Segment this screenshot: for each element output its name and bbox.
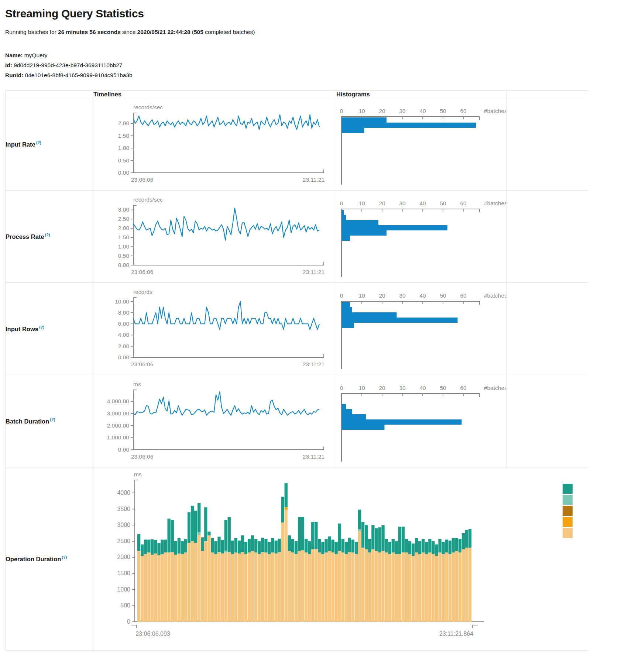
query-meta: Name: myQuery Id: 9d0dd219-995d-423e-b97… [5,50,625,80]
svg-text:2.00: 2.00 [118,343,130,349]
svg-text:#batches: #batches [484,292,506,299]
svg-text:1500: 1500 [117,570,130,576]
process-rate-histogram-chart: 0102030405060#batches [336,194,506,279]
svg-text:23:06:06: 23:06:06 [131,269,153,275]
legend-swatch-tan [563,528,573,538]
svg-text:60: 60 [460,108,467,114]
operation-duration-stacked-chart: ms0500100015002000250030003500400023:06:… [93,467,584,642]
query-name-line: Name: myQuery [5,50,625,60]
svg-text:1000: 1000 [117,586,130,593]
svg-text:8.00: 8.00 [118,309,130,315]
input-rows-timeline-chart: records0.002.004.006.008.0010.0023:06:06… [93,287,330,371]
help-icon[interactable]: (?) [50,417,55,422]
help-icon[interactable]: (?) [45,233,50,237]
svg-text:3000: 3000 [117,522,130,528]
svg-text:1.00: 1.00 [118,243,130,250]
query-id-value: 9d0dd219-995d-423e-b97d-36931110bb27 [14,62,122,68]
help-icon[interactable]: (?) [36,140,41,145]
svg-text:0: 0 [340,385,343,391]
query-runid-value: 04e101e6-8bf8-4165-9099-9104c951ba3b [25,72,132,78]
input-rate-timeline-chart: records/sec0.000.501.001.502.0023:06:062… [93,102,330,187]
table-header-row: Timelines Histograms [6,91,588,98]
svg-text:#batches: #batches [484,385,506,391]
svg-text:50: 50 [440,200,446,206]
svg-text:40: 40 [419,200,426,206]
svg-text:#batches: #batches [484,108,506,114]
row-label: Input Rate [6,141,35,148]
svg-text:records/sec: records/sec [133,196,163,203]
query-id-line: Id: 9d0dd219-995d-423e-b97d-36931110bb27 [5,60,625,70]
svg-text:50: 50 [440,292,446,299]
legend-swatch-orange [563,517,573,527]
column-header-timelines: Timelines [93,91,336,98]
svg-text:3.00: 3.00 [118,206,130,213]
help-icon[interactable]: (?) [39,325,44,329]
svg-text:0.50: 0.50 [118,157,130,163]
histogram-cell: 0102030405060#batches [336,98,506,191]
row-label-cell: Input Rate(?) [6,98,93,191]
table-row-process-rate: Process Rate(?) records/sec0.000.501.001… [6,191,588,283]
svg-text:4000: 4000 [117,490,130,496]
svg-text:2500: 2500 [117,538,130,544]
svg-text:50: 50 [440,108,446,114]
svg-text:30: 30 [399,292,406,299]
svg-text:2.00: 2.00 [118,225,130,231]
svg-text:3,000.00: 3,000.00 [107,410,130,416]
svg-text:10: 10 [358,385,365,391]
svg-text:records: records [133,289,152,295]
spacer-cell [506,375,588,467]
row-label: Process Rate [6,233,44,240]
svg-text:0.00: 0.00 [118,446,130,453]
svg-text:60: 60 [460,200,467,206]
svg-text:6.00: 6.00 [118,320,130,327]
svg-text:10: 10 [358,200,365,206]
table-row-operation-duration: Operation Duration(?) ms0500100015002000… [6,467,588,651]
query-runid-line: RunId: 04e101e6-8bf8-4165-9099-9104c951b… [5,70,625,80]
timeline-cell: ms0.001,000.002,000.003,000.004,000.0023… [93,375,336,467]
svg-text:2000: 2000 [117,554,130,560]
svg-text:40: 40 [419,108,426,114]
svg-text:1.50: 1.50 [118,234,130,240]
svg-text:50: 50 [440,385,446,391]
timeline-cell: records/sec0.000.501.001.502.002.503.002… [93,191,336,283]
header-spacer-cell [6,91,93,98]
histogram-cell: 0102030405060#batches [336,375,506,467]
svg-text:23:06:06: 23:06:06 [131,361,153,367]
svg-text:1.50: 1.50 [118,132,130,138]
svg-text:10: 10 [358,108,365,114]
svg-text:2.00: 2.00 [118,120,130,126]
svg-text:30: 30 [399,200,406,206]
row-label-cell: Operation Duration(?) [6,467,93,651]
table-row-input-rate: Input Rate(?) records/sec0.000.501.001.5… [6,98,588,191]
svg-text:40: 40 [419,385,426,391]
operation-duration-chart-cell: ms0500100015002000250030003500400023:06:… [93,467,588,651]
svg-text:0: 0 [127,618,130,625]
help-icon[interactable]: (?) [62,555,67,559]
row-label: Input Rows [6,326,38,332]
legend-swatch-brown [563,506,573,516]
query-runid-label: RunId: [5,72,23,78]
process-rate-timeline-chart: records/sec0.000.501.001.502.002.503.002… [93,194,330,279]
svg-text:records/sec: records/sec [133,104,163,110]
svg-text:0.00: 0.00 [118,169,130,176]
svg-text:23:11:21: 23:11:21 [303,453,324,460]
svg-text:500: 500 [120,602,130,608]
spacer-cell [506,98,588,191]
table-row-batch-duration: Batch Duration(?) ms0.001,000.002,000.00… [6,375,588,467]
timeline-cell: records0.002.004.006.008.0010.0023:06:06… [93,283,336,375]
svg-text:30: 30 [399,108,406,114]
legend-swatch-green [563,484,573,494]
query-name-value: myQuery [24,52,48,58]
spacer-cell [506,191,588,283]
svg-text:0.50: 0.50 [118,253,130,259]
query-id-label: Id: [5,62,12,68]
svg-text:23:11:21: 23:11:21 [303,269,324,275]
input-rate-histogram-chart: 0102030405060#batches [336,102,506,187]
svg-text:10: 10 [358,292,365,299]
running-summary: Running batches for 26 minutes 56 second… [5,29,625,35]
svg-text:23:11:21: 23:11:21 [303,176,324,183]
svg-text:23:11:21: 23:11:21 [303,361,324,367]
svg-text:23:06:06.093: 23:06:06.093 [135,631,170,637]
svg-text:0: 0 [340,292,343,299]
svg-text:20: 20 [379,200,385,206]
